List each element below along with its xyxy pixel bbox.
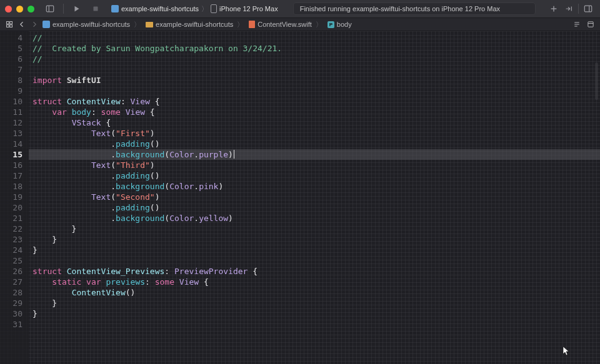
- code-line[interactable]: Text("First"): [32, 128, 600, 139]
- add-icon[interactable]: [547, 3, 561, 14]
- code-line[interactable]: }: [32, 298, 600, 308]
- crumb-label: body: [337, 21, 352, 28]
- code-line[interactable]: .background(Color.pink): [32, 181, 600, 192]
- svg-rect-11: [10, 25, 12, 27]
- line-number: 17: [0, 170, 22, 181]
- activity-status[interactable]: Finished running example-swiftui-shortcu…: [293, 2, 536, 15]
- svg-rect-9: [10, 22, 12, 24]
- run-icon[interactable]: [70, 3, 84, 14]
- line-number: 14: [0, 139, 22, 149]
- line-number: 31: [0, 319, 22, 330]
- jump-bar: example-swiftui-shortcuts 〉 example-swif…: [0, 17, 600, 31]
- toolbar-separator: [578, 4, 579, 14]
- folder-glyph-icon: [146, 22, 153, 27]
- scheme-separator: 〉: [201, 4, 208, 14]
- swift-file-icon: [249, 21, 255, 28]
- code-line[interactable]: VStack {: [32, 117, 600, 128]
- code-line[interactable]: .padding(): [32, 170, 600, 181]
- code-line[interactable]: //: [32, 54, 600, 64]
- vertical-scrollbar[interactable]: [595, 62, 598, 100]
- code-line[interactable]: [32, 255, 600, 266]
- code-line[interactable]: .padding(): [32, 139, 600, 149]
- line-number: 21: [0, 213, 22, 224]
- svg-rect-6: [584, 6, 591, 12]
- device-glyph-icon: [211, 4, 217, 13]
- project-glyph-icon: [42, 21, 50, 28]
- code-line[interactable]: }: [32, 224, 600, 234]
- crumb-label: ContentView.swift: [258, 21, 312, 28]
- svg-rect-8: [7, 22, 9, 24]
- code-line[interactable]: Text("Second"): [32, 192, 600, 202]
- related-items-icon[interactable]: [4, 21, 15, 28]
- code-line[interactable]: Text("Third"): [32, 160, 600, 170]
- titlebar-right: [547, 3, 595, 14]
- code-line[interactable]: struct ContentView: View {: [32, 96, 600, 107]
- adjust-editor-icon[interactable]: [585, 21, 596, 28]
- line-number: 16: [0, 160, 22, 170]
- code-line[interactable]: [32, 319, 600, 330]
- code-review-icon[interactable]: [562, 3, 576, 14]
- crumb-project[interactable]: example-swiftui-shortcuts 〉: [41, 20, 143, 29]
- scheme-target-label: example-swiftui-shortcuts: [121, 5, 199, 12]
- code-area[interactable]: //// Created by Sarun Wongpatcharapakorn…: [29, 31, 600, 364]
- svg-rect-15: [588, 22, 593, 27]
- crumb-file[interactable]: ContentView.swift 〉: [248, 20, 325, 29]
- code-line[interactable]: struct ContentView_Previews: PreviewProv…: [32, 266, 600, 277]
- line-number: 5: [0, 43, 22, 54]
- forward-icon[interactable]: [29, 21, 40, 28]
- line-number: 30: [0, 308, 22, 319]
- minimap-icon[interactable]: [571, 21, 582, 28]
- scheme-selector[interactable]: example-swiftui-shortcuts 〉 iPhone 12 Pr…: [108, 3, 282, 15]
- code-line[interactable]: static var previews: some View {: [32, 277, 600, 287]
- line-number: 22: [0, 224, 22, 234]
- code-line[interactable]: .padding(): [32, 202, 600, 213]
- line-number: 25: [0, 255, 22, 266]
- code-line[interactable]: // Created by Sarun Wongpatcharapakorn o…: [32, 43, 600, 54]
- line-number: 4: [0, 32, 22, 43]
- code-line[interactable]: [32, 86, 600, 96]
- line-number: 27: [0, 277, 22, 287]
- line-number: 9: [0, 86, 22, 96]
- svg-rect-3: [94, 7, 98, 11]
- svg-marker-2: [75, 6, 79, 12]
- code-line[interactable]: [32, 64, 600, 75]
- line-number: 11: [0, 107, 22, 117]
- code-line[interactable]: }: [32, 234, 600, 245]
- titlebar: example-swiftui-shortcuts 〉 iPhone 12 Pr…: [0, 0, 600, 17]
- crumb-folder[interactable]: example-swiftui-shortcuts 〉: [144, 20, 246, 29]
- crumb-symbol[interactable]: P body: [326, 21, 353, 28]
- toggle-navigator-icon[interactable]: [43, 3, 57, 14]
- line-number-gutter: 4567891011121314151617181920212223242526…: [0, 31, 29, 364]
- scheme-device-label: iPhone 12 Pro Max: [219, 5, 278, 12]
- line-number: 13: [0, 128, 22, 139]
- zoom-icon[interactable]: [28, 6, 34, 12]
- close-icon[interactable]: [5, 6, 12, 12]
- line-number: 8: [0, 75, 22, 86]
- code-line[interactable]: }: [32, 245, 600, 255]
- back-icon[interactable]: [16, 21, 28, 28]
- minimize-icon[interactable]: [16, 6, 23, 12]
- line-number: 28: [0, 287, 22, 298]
- toggle-inspector-icon[interactable]: [581, 3, 595, 14]
- code-line[interactable]: }: [32, 308, 600, 319]
- line-number: 29: [0, 298, 22, 308]
- stop-icon[interactable]: [89, 3, 102, 14]
- code-line[interactable]: import SwiftUI: [32, 75, 600, 86]
- code-line[interactable]: var body: some View {: [32, 107, 600, 117]
- chevron-right-icon: 〉: [236, 20, 245, 29]
- property-glyph-icon: P: [328, 21, 334, 28]
- line-number: 19: [0, 192, 22, 202]
- line-number: 10: [0, 96, 22, 107]
- svg-rect-10: [7, 25, 9, 27]
- code-line[interactable]: .background(Color.purple): [29, 149, 600, 160]
- source-editor[interactable]: 4567891011121314151617181920212223242526…: [0, 31, 600, 364]
- code-line[interactable]: //: [32, 32, 600, 43]
- code-line[interactable]: ContentView(): [32, 287, 600, 298]
- line-number: 23: [0, 234, 22, 245]
- crumb-label: example-swiftui-shortcuts: [156, 21, 233, 28]
- svg-rect-0: [46, 6, 53, 12]
- line-number: 26: [0, 266, 22, 277]
- code-line[interactable]: .background(Color.yellow): [32, 213, 600, 224]
- app-glyph-icon: [111, 5, 119, 12]
- chevron-right-icon: 〉: [314, 20, 324, 29]
